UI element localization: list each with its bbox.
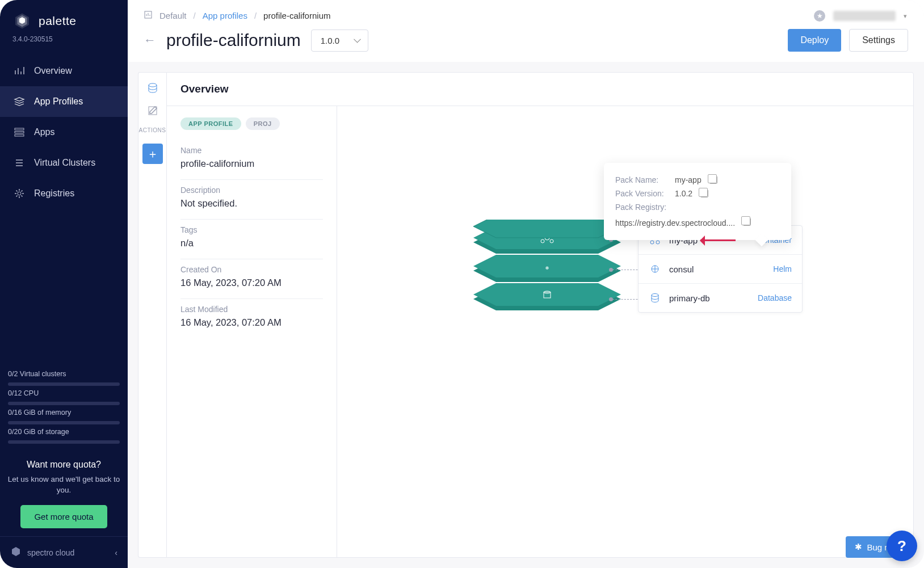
copy-icon[interactable] [709, 176, 717, 184]
nav-label: App Profiles [34, 96, 83, 107]
nav-registries[interactable]: Registries [0, 178, 128, 209]
quota-bar [8, 440, 120, 444]
list-item-primarydb[interactable]: primary-db Database [639, 284, 802, 312]
tt-label: Pack Name: [615, 175, 669, 184]
layer-name: primary-db [669, 293, 750, 303]
panel-left: APP PROFILE PROJ Nameprofile-californium… [167, 106, 337, 557]
rail-add-button[interactable]: ＋ [142, 144, 163, 164]
svg-point-25 [652, 294, 658, 297]
svg-marker-8 [473, 283, 621, 306]
chart-icon [14, 65, 25, 77]
quota-title: Want more quota? [6, 460, 122, 470]
brand-name: palette [39, 14, 77, 28]
field-label: Last Modified [180, 305, 323, 314]
quota-storage: 0/20 GiB of storage [8, 424, 120, 438]
quota-section: 0/2 Virtual clusters 0/12 CPU 0/16 GiB o… [0, 361, 128, 449]
header-row: ← profile-californium 1.0.0 Deploy Setti… [144, 29, 908, 62]
layer-type: Helm [773, 264, 792, 274]
nav-label: Virtual Clusters [34, 158, 95, 168]
pill-app-profile: APP PROFILE [180, 117, 241, 130]
breadcrumb-current: profile-californium [263, 11, 330, 20]
tt-value: 1.0.2 [675, 189, 692, 198]
field-value: 16 May, 2023, 07:20 AM [180, 277, 323, 288]
stack-visual: ⎈ [468, 220, 627, 333]
footer-label: spectro cloud [27, 548, 74, 557]
star-icon[interactable]: ★ [814, 10, 825, 22]
meta: APP PROFILE PROJ Nameprofile-californium… [167, 106, 337, 350]
gear-icon [14, 188, 25, 199]
tt-url: https://registry.dev.spectrocloud.... [615, 218, 735, 228]
chevron-left-icon: ‹ [115, 548, 117, 557]
nav-label: Apps [34, 127, 54, 137]
plus-icon: ＋ [147, 146, 158, 162]
chevron-down-icon[interactable]: ▾ [904, 12, 907, 20]
canvas: ⎈ [360, 129, 891, 469]
help-icon: ? [897, 537, 906, 555]
rail-overview-icon[interactable] [146, 82, 159, 94]
svg-rect-2 [15, 134, 24, 136]
arrow-annotation [700, 239, 736, 241]
sidebar: palette 3.4.0-230515 Overview App Profil… [0, 0, 128, 568]
back-arrow-icon[interactable]: ← [144, 33, 156, 48]
list-icon [14, 157, 25, 169]
database-icon [649, 292, 661, 304]
spectro-logo-icon [10, 546, 22, 559]
nav-virtual-clusters[interactable]: Virtual Clusters [0, 148, 128, 178]
bug-icon: ✱ [855, 542, 862, 552]
tt-label: Pack Version: [615, 189, 669, 198]
svg-point-23 [656, 241, 660, 244]
nav-label: Overview [34, 66, 72, 76]
get-more-quota-button[interactable]: Get more quota [20, 505, 107, 528]
copy-icon[interactable] [743, 218, 751, 226]
quota-cpu: 0/12 CPU [8, 386, 120, 399]
field-label: Created On [180, 265, 323, 274]
quota-mem: 0/16 GiB of memory [8, 405, 120, 419]
topbar: Default / App profiles / profile-califor… [128, 0, 924, 62]
version-label: 3.4.0-230515 [0, 35, 128, 56]
user-menu[interactable] [833, 11, 896, 21]
list-item-consul[interactable]: consul Helm [639, 255, 802, 284]
nav-app-profiles[interactable]: App Profiles [0, 86, 128, 117]
tt-label: Pack Registry: [615, 203, 669, 212]
layer-type: Database [758, 293, 792, 302]
tt-value: my-app [675, 175, 702, 184]
field-value: 16 May, 2023, 07:20 AM [180, 317, 323, 328]
field-value: n/a [180, 238, 323, 249]
breadcrumb-sep: / [254, 11, 257, 20]
sidebar-footer[interactable]: spectro cloud ‹ [0, 536, 128, 568]
nav: Overview App Profiles Apps Virtual Clust… [0, 56, 128, 361]
nav-overview[interactable]: Overview [0, 56, 128, 86]
breadcrumb-icon [144, 10, 153, 21]
panel-right: ⎈ [337, 106, 913, 557]
brand-logo-icon [12, 11, 32, 31]
svg-point-22 [650, 241, 654, 244]
top-right: ★ ▾ [814, 10, 907, 22]
breadcrumb-root[interactable]: Default [159, 11, 187, 20]
grid-icon [14, 127, 25, 138]
field-value: Not specified. [180, 198, 323, 209]
rail-actions-label: ACTIONS [139, 127, 166, 133]
pill-proj: PROJ [246, 117, 280, 130]
rail-edit-icon[interactable] [146, 104, 159, 117]
tooltip: Pack Name:my-app Pack Version:1.0.2 Pack… [604, 163, 791, 240]
layer-name: consul [669, 264, 765, 274]
breadcrumb-app-profiles[interactable]: App profiles [203, 11, 247, 20]
svg-rect-0 [15, 128, 24, 130]
svg-marker-19 [473, 220, 621, 238]
breadcrumb-sep: / [194, 11, 196, 20]
help-fab[interactable]: ? [887, 531, 917, 561]
content: ACTIONS ＋ Overview APP PROFILE PROJ [128, 62, 924, 568]
panel-title: Overview [180, 83, 900, 95]
deploy-button[interactable]: Deploy [788, 29, 841, 52]
brand: palette [0, 0, 128, 35]
quota-vc: 0/2 Virtual clusters [8, 367, 120, 380]
copy-icon[interactable] [700, 190, 708, 197]
svg-rect-1 [15, 132, 24, 133]
svg-point-5 [149, 83, 157, 87]
page-title: profile-californium [166, 31, 301, 50]
rail: ACTIONS ＋ [138, 72, 166, 558]
nav-apps[interactable]: Apps [0, 117, 128, 148]
version-select[interactable]: 1.0.0 [311, 30, 368, 52]
quota-prompt: Want more quota? Let us know and we'll g… [0, 449, 128, 536]
settings-button[interactable]: Settings [849, 29, 908, 52]
